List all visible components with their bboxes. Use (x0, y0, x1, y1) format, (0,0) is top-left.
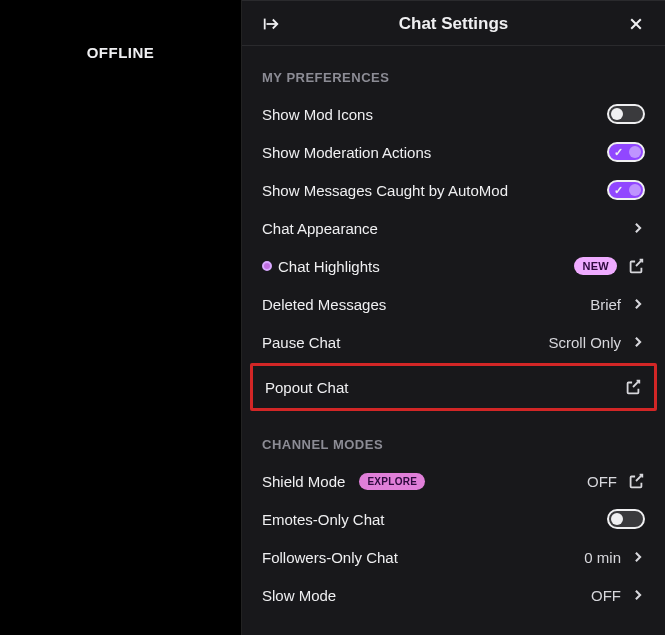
label-emotes-only: Emotes-Only Chat (262, 511, 385, 528)
popout-icon[interactable] (624, 378, 642, 396)
app-root: OFFLINE Chat Settings MY PREFERENCES (0, 0, 665, 635)
panel-title: Chat Settings (399, 14, 509, 34)
section-heading-modes: CHANNEL MODES (262, 437, 645, 452)
label-show-mod-icons: Show Mod Icons (262, 106, 373, 123)
close-icon[interactable] (625, 13, 647, 35)
video-area: OFFLINE (0, 0, 242, 635)
row-show-mod-actions[interactable]: Show Moderation Actions ✓ (256, 133, 651, 171)
value-slow-mode: OFF (591, 587, 621, 604)
value-deleted-messages: Brief (590, 296, 621, 313)
chat-settings-panel: Chat Settings MY PREFERENCES Show Mod Ic… (242, 0, 665, 635)
value-followers-only: 0 min (584, 549, 621, 566)
chevron-right-icon (631, 221, 645, 235)
badge-explore: EXPLORE (359, 473, 425, 490)
section-heading-prefs: MY PREFERENCES (262, 70, 645, 85)
highlight-dot-icon (262, 261, 272, 271)
row-slow-mode[interactable]: Slow Mode OFF (256, 576, 651, 614)
label-followers-only: Followers-Only Chat (262, 549, 398, 566)
highlighted-row: Popout Chat (250, 363, 657, 411)
toggle-show-automod[interactable]: ✓ (607, 180, 645, 200)
row-shield-mode[interactable]: Shield Mode EXPLORE OFF (256, 462, 651, 500)
chevron-right-icon (631, 335, 645, 349)
panel-body: MY PREFERENCES Show Mod Icons Show Moder… (242, 46, 665, 614)
row-deleted-messages[interactable]: Deleted Messages Brief (256, 285, 651, 323)
stream-status: OFFLINE (0, 44, 241, 61)
chevron-right-icon (631, 588, 645, 602)
label-chat-appearance: Chat Appearance (262, 220, 378, 237)
value-pause-chat: Scroll Only (548, 334, 621, 351)
popout-icon[interactable] (627, 257, 645, 275)
label-show-automod: Show Messages Caught by AutoMod (262, 182, 508, 199)
row-show-automod[interactable]: Show Messages Caught by AutoMod ✓ (256, 171, 651, 209)
badge-new: NEW (574, 257, 617, 275)
label-show-mod-actions: Show Moderation Actions (262, 144, 431, 161)
toggle-show-mod-icons[interactable] (607, 104, 645, 124)
collapse-icon[interactable] (260, 13, 282, 35)
value-shield-mode: OFF (587, 473, 617, 490)
label-slow-mode: Slow Mode (262, 587, 336, 604)
popout-icon[interactable] (627, 472, 645, 490)
row-chat-appearance[interactable]: Chat Appearance (256, 209, 651, 247)
label-pause-chat: Pause Chat (262, 334, 340, 351)
toggle-emotes-only[interactable] (607, 509, 645, 529)
row-emotes-only[interactable]: Emotes-Only Chat (256, 500, 651, 538)
row-popout-chat[interactable]: Popout Chat (259, 368, 648, 406)
row-followers-only[interactable]: Followers-Only Chat 0 min (256, 538, 651, 576)
chevron-right-icon (631, 550, 645, 564)
label-deleted-messages: Deleted Messages (262, 296, 386, 313)
row-chat-highlights[interactable]: Chat Highlights NEW (256, 247, 651, 285)
chevron-right-icon (631, 297, 645, 311)
row-show-mod-icons[interactable]: Show Mod Icons (256, 95, 651, 133)
toggle-show-mod-actions[interactable]: ✓ (607, 142, 645, 162)
label-chat-highlights: Chat Highlights (278, 258, 380, 275)
label-popout-chat: Popout Chat (265, 379, 348, 396)
panel-header: Chat Settings (242, 1, 665, 46)
row-pause-chat[interactable]: Pause Chat Scroll Only (256, 323, 651, 361)
label-shield-mode: Shield Mode (262, 473, 345, 490)
